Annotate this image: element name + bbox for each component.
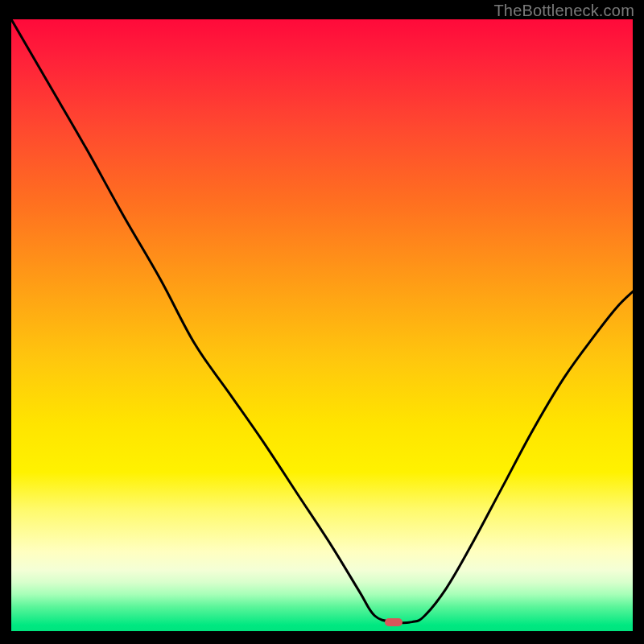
bottleneck-curve-path bbox=[11, 19, 633, 623]
watermark-text: TheBottleneck.com bbox=[493, 2, 634, 20]
chart-frame: TheBottleneck.com bbox=[0, 0, 644, 644]
curve-svg bbox=[11, 19, 633, 631]
plot-area bbox=[11, 19, 633, 631]
minimum-marker bbox=[385, 618, 402, 626]
